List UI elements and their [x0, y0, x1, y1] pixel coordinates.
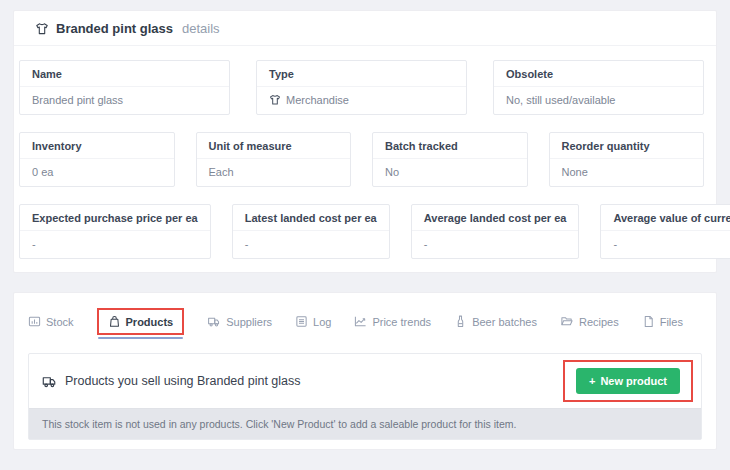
field-value: None [550, 159, 704, 186]
tab-recipes[interactable]: Recipes [560, 315, 619, 328]
field-label: Average landed cost per ea [412, 205, 579, 231]
field-type: Type Merchandise [256, 60, 467, 115]
field-name: Name Branded pint glass [19, 60, 230, 115]
field-reorder-quantity: Reorder quantity None [549, 132, 705, 187]
field-expected-purchase-price: Expected purchase price per ea - [19, 204, 211, 259]
tab-label: Recipes [579, 316, 619, 328]
tab-label: Files [660, 316, 683, 328]
field-value-text: Merchandise [286, 94, 349, 106]
tab-log[interactable]: Log [295, 315, 331, 328]
shopping-bag-icon [108, 315, 121, 328]
field-label: Obsolete [494, 61, 703, 87]
field-value: 0 ea [20, 159, 174, 186]
truck-icon [207, 315, 221, 328]
field-label: Name [20, 61, 229, 87]
active-tab-underline [98, 337, 184, 339]
folder-open-icon [560, 315, 574, 328]
tab-price-trends[interactable]: Price trends [354, 315, 431, 328]
field-obsolete: Obsolete No, still used/available [493, 60, 704, 115]
field-value: Branded pint glass [20, 87, 229, 114]
trend-chart-icon [354, 315, 367, 328]
tab-label: Stock [46, 316, 74, 328]
products-panel-header: Products you sell using Branded pint gla… [29, 354, 701, 408]
field-value: No [373, 159, 527, 186]
plus-icon: + [589, 375, 595, 387]
tab-suppliers[interactable]: Suppliers [207, 315, 272, 328]
stock-icon [28, 315, 41, 328]
field-label: Average value of current stock per ea [601, 205, 730, 231]
tab-files[interactable]: Files [642, 315, 683, 328]
tab-label: Products [126, 316, 174, 328]
file-icon [642, 315, 655, 328]
field-label: Unit of measure [197, 133, 351, 159]
tab-label: Suppliers [226, 316, 272, 328]
field-value: - [20, 231, 210, 258]
field-row-2: Inventory 0 ea Unit of measure Each Batc… [19, 132, 704, 187]
new-product-button[interactable]: + New product [576, 368, 680, 394]
tab-stock[interactable]: Stock [28, 315, 74, 328]
field-value: No, still used/available [494, 87, 703, 114]
tshirt-icon [35, 22, 49, 36]
field-label: Reorder quantity [550, 133, 704, 159]
tab-products[interactable]: Products [97, 308, 185, 335]
field-label: Expected purchase price per ea [20, 205, 210, 231]
field-value: - [601, 231, 730, 258]
field-average-landed-cost: Average landed cost per ea - [411, 204, 580, 259]
field-row-1: Name Branded pint glass Type Merchandise… [19, 60, 704, 115]
products-panel: Products you sell using Branded pint gla… [28, 353, 702, 440]
field-unit-of-measure: Unit of measure Each [196, 132, 352, 187]
field-inventory: Inventory 0 ea [19, 132, 175, 187]
field-latest-landed-cost: Latest landed cost per ea - [232, 204, 390, 259]
tab-label: Price trends [372, 316, 431, 328]
truck-icon [41, 374, 58, 389]
field-label: Inventory [20, 133, 174, 159]
details-card-header: Branded pint glass details [14, 11, 716, 46]
fields-body: Name Branded pint glass Type Merchandise… [14, 46, 716, 259]
tshirt-icon [269, 94, 281, 106]
page-title-suffix: details [182, 21, 220, 36]
tab-label: Beer batches [472, 316, 537, 328]
empty-products-message: This stock item is not used in any produ… [29, 408, 701, 439]
field-average-stock-value: Average value of current stock per ea - [600, 204, 730, 259]
stock-item-details-card: Branded pint glass details Name Branded … [13, 10, 717, 273]
field-row-3: Expected purchase price per ea - Latest … [19, 204, 704, 259]
tab-label: Log [313, 316, 331, 328]
annotation-box-new-product: + New product [563, 360, 693, 402]
field-label: Type [257, 61, 466, 87]
log-list-icon [295, 315, 308, 328]
beer-bottle-icon [454, 315, 467, 328]
products-panel-title: Products you sell using Branded pint gla… [65, 374, 301, 388]
new-product-button-label: New product [600, 375, 667, 387]
stock-item-tabs-panel: Stock Products Suppliers [13, 292, 717, 450]
field-value: Merchandise [257, 87, 466, 114]
field-value: Each [197, 159, 351, 186]
field-label: Latest landed cost per ea [233, 205, 389, 231]
field-value: - [412, 231, 579, 258]
field-batch-tracked: Batch tracked No [372, 132, 528, 187]
field-label: Batch tracked [373, 133, 527, 159]
field-value: - [233, 231, 389, 258]
tab-bar: Stock Products Suppliers [14, 293, 716, 345]
page-title: Branded pint glass [56, 21, 173, 36]
tab-beer-batches[interactable]: Beer batches [454, 315, 537, 328]
